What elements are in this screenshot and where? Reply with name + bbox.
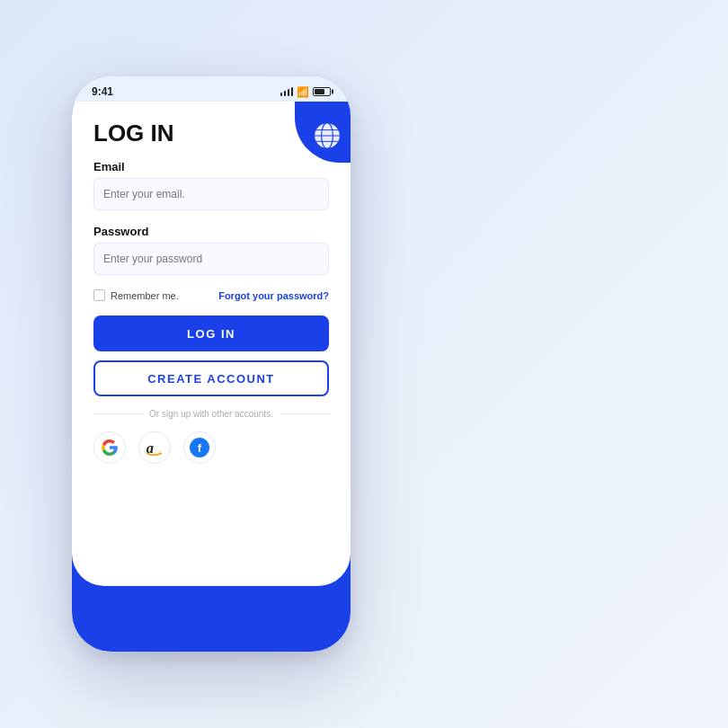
status-icons: 📶 <box>280 86 332 98</box>
signal-bars-icon <box>280 87 294 96</box>
globe-icon <box>313 121 342 150</box>
create-account-button[interactable]: CREATE ACCOUNT <box>93 360 329 396</box>
password-group: Password <box>93 225 329 286</box>
login-button[interactable]: LOG IN <box>93 315 329 351</box>
wifi-icon: 📶 <box>297 86 309 98</box>
phone-mockup: 9:41 📶 <box>72 76 351 652</box>
amazon-icon: a <box>145 438 164 457</box>
remember-label: Remember me. <box>111 290 179 301</box>
status-time: 9:41 <box>92 85 113 98</box>
google-icon <box>101 439 119 457</box>
divider-row: Or sign up with other accounts. <box>93 409 329 419</box>
divider-line-right <box>280 413 329 414</box>
email-label: Email <box>93 160 329 173</box>
password-input[interactable] <box>93 243 329 275</box>
social-row: a f <box>93 431 329 464</box>
remember-checkbox[interactable] <box>93 289 105 301</box>
content-card: LOG IN Email Password Remember me. Forgo… <box>72 102 351 586</box>
google-signin-button[interactable] <box>93 431 126 464</box>
divider-text: Or sign up with other accounts. <box>149 409 273 419</box>
forgot-password-link[interactable]: Forgot your password? <box>218 290 329 301</box>
phone-inner: LOG IN Email Password Remember me. Forgo… <box>72 102 351 652</box>
email-input[interactable] <box>93 178 329 210</box>
amazon-signin-button[interactable]: a <box>138 431 171 464</box>
facebook-icon: f <box>190 438 209 457</box>
battery-icon <box>313 87 331 96</box>
facebook-signin-button[interactable]: f <box>183 431 216 464</box>
divider-line-left <box>93 413 142 414</box>
remember-row: Remember me. Forgot your password? <box>93 289 329 301</box>
login-heading: LOG IN <box>93 120 329 147</box>
password-label: Password <box>93 225 329 238</box>
email-group: Email <box>93 160 329 221</box>
status-bar: 9:41 📶 <box>72 76 351 102</box>
globe-corner <box>295 102 351 163</box>
